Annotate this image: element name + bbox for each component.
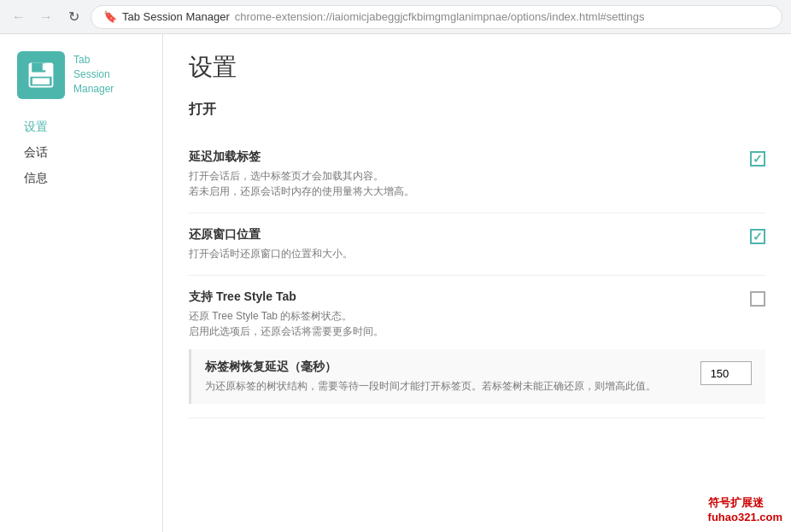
- sidebar-logo: Tab Session Manager: [17, 51, 162, 99]
- tab-icon: 🔖: [103, 10, 117, 23]
- section-header-open: 打开: [189, 101, 765, 122]
- sidebar: Tab Session Manager 设置 会话 信息: [0, 34, 162, 532]
- setting-lazy-load-title: 延迟加载标签: [189, 149, 716, 165]
- setting-lazy-load-control: ✓: [750, 149, 765, 167]
- setting-lazy-load: 延迟加载标签 打开会话后，选中标签页才会加载其内容。 若未启用，还原会话时内存的…: [189, 136, 765, 213]
- settings-section-open: 打开 延迟加载标签 打开会话后，选中标签页才会加载其内容。 若未启用，还原会话时…: [189, 101, 765, 418]
- page-title: 设置: [189, 51, 765, 84]
- logo-text: Tab Session Manager: [73, 51, 114, 96]
- page-container: Tab Session Manager 设置 会话 信息 设置 打开 延迟加载标…: [0, 34, 791, 532]
- setting-restore-window-title: 还原窗口位置: [189, 227, 716, 243]
- setting-restore-window-desc: 打开会话时还原窗口的位置和大小。: [189, 246, 716, 261]
- setting-tree-style-tab-info: 支持 Tree Style Tab 还原 Tree Style Tab 的标签树…: [189, 289, 750, 339]
- setting-tree-style-tab-desc: 还原 Tree Style Tab 的标签树状态。 启用此选项后，还原会话将需要…: [189, 308, 716, 339]
- sub-setting-title: 标签树恢复延迟（毫秒）: [205, 360, 683, 375]
- sidebar-nav: 设置 会话 信息: [17, 116, 162, 190]
- setting-lazy-load-desc: 打开会话后，选中标签页才会加载其内容。 若未启用，还原会话时内存的使用量将大大增…: [189, 168, 716, 199]
- setting-restore-window-control: ✓: [750, 227, 765, 244]
- tree-style-tab-checkbox[interactable]: [750, 291, 765, 307]
- restore-window-checkmark: ✓: [753, 231, 763, 243]
- tree-delay-input[interactable]: [700, 361, 752, 385]
- lazy-load-checkmark: ✓: [753, 153, 763, 165]
- address-url-text: chrome-extension://iaiomicjabeggjcfkbimg…: [235, 10, 645, 23]
- setting-tree-style-tab-row: 支持 Tree Style Tab 还原 Tree Style Tab 的标签树…: [189, 289, 765, 339]
- svg-rect-4: [32, 79, 50, 85]
- floppy-disk-icon: [26, 60, 56, 91]
- sidebar-item-sessions[interactable]: 会话: [17, 142, 162, 164]
- reload-button[interactable]: ↻: [63, 7, 84, 27]
- logo-icon: [17, 51, 65, 99]
- setting-lazy-load-info: 延迟加载标签 打开会话后，选中标签页才会加载其内容。 若未启用，还原会话时内存的…: [189, 149, 750, 199]
- sub-setting-info: 标签树恢复延迟（毫秒） 为还原标签的树状结构，需要等待一段时间才能打开标签页。若…: [205, 360, 700, 394]
- sub-setting-control: [700, 360, 752, 385]
- address-bar[interactable]: 🔖 Tab Session Manager chrome-extension:/…: [91, 5, 782, 29]
- watermark: 符号扩展迷fuhao321.com: [708, 495, 782, 523]
- back-button[interactable]: ←: [9, 7, 29, 27]
- setting-tree-style-tab-control: [750, 289, 765, 307]
- sidebar-item-settings[interactable]: 设置: [17, 116, 162, 138]
- main-content: 设置 打开 延迟加载标签 打开会话后，选中标签页才会加载其内容。 若未启用，还原…: [162, 34, 791, 532]
- sub-setting-desc: 为还原标签的树状结构，需要等待一段时间才能打开标签页。若标签树未能正确还原，则增…: [205, 378, 683, 394]
- tab-title-text: Tab Session Manager: [122, 10, 230, 23]
- svg-rect-2: [43, 63, 46, 70]
- sidebar-item-info[interactable]: 信息: [17, 167, 162, 190]
- browser-bar: ← → ↻ 🔖 Tab Session Manager chrome-exten…: [0, 0, 791, 34]
- sub-section-tree-delay: 标签树恢复延迟（毫秒） 为还原标签的树状结构，需要等待一段时间才能打开标签页。若…: [189, 349, 765, 404]
- restore-window-checkbox[interactable]: ✓: [750, 229, 765, 244]
- setting-restore-window: 还原窗口位置 打开会话时还原窗口的位置和大小。 ✓: [189, 213, 765, 276]
- lazy-load-checkbox[interactable]: ✓: [750, 151, 765, 167]
- setting-tree-style-tab: 支持 Tree Style Tab 还原 Tree Style Tab 的标签树…: [189, 276, 765, 418]
- sub-setting-row: 标签树恢复延迟（毫秒） 为还原标签的树状结构，需要等待一段时间才能打开标签页。若…: [205, 360, 752, 394]
- forward-button[interactable]: →: [36, 7, 56, 27]
- setting-tree-style-tab-title: 支持 Tree Style Tab: [189, 289, 716, 305]
- setting-restore-window-info: 还原窗口位置 打开会话时还原窗口的位置和大小。: [189, 227, 750, 261]
